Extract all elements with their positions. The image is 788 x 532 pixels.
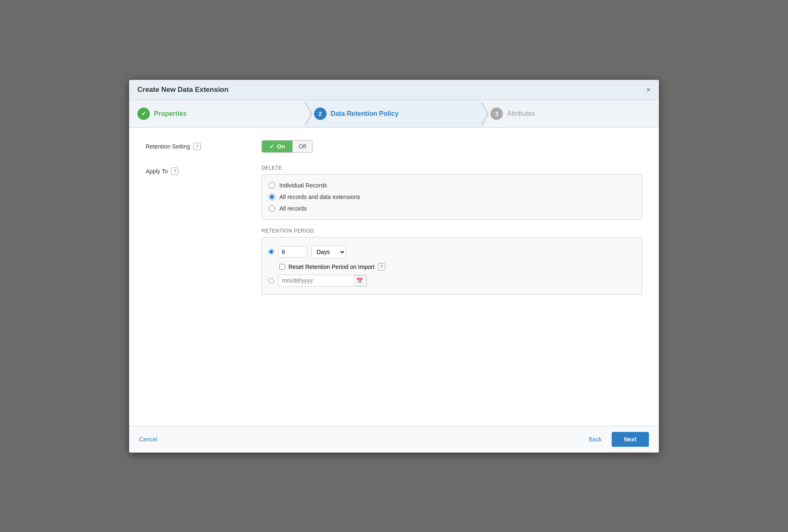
reset-checkbox[interactable]	[279, 264, 285, 270]
toggle-on-label: On	[277, 143, 285, 150]
radio-all-records-label[interactable]: All records	[279, 205, 307, 212]
radio-individual-label[interactable]: Individual Records	[279, 182, 327, 189]
radio-all-ext[interactable]	[269, 194, 275, 200]
radio-all-records[interactable]	[269, 205, 275, 212]
radio-period[interactable]	[269, 249, 274, 254]
retention-setting-label: Retention Setting	[146, 143, 190, 150]
modal-body: Retention Setting ? ✓ On Off Apply To ?	[129, 128, 659, 426]
date-field-wrap: 📅	[278, 275, 367, 287]
footer-right: Back Next	[583, 432, 649, 447]
back-button[interactable]: Back	[583, 432, 608, 447]
step-data-retention[interactable]: 2 Data Retention Policy	[306, 100, 483, 127]
step-properties[interactable]: ✓ Properties	[129, 100, 306, 127]
modal-title: Create New Data Extension	[137, 86, 228, 94]
retention-setting-control: ✓ On Off	[262, 140, 642, 153]
toggle-on-button[interactable]: ✓ On	[262, 141, 292, 152]
step-label-properties: Properties	[154, 110, 187, 117]
retention-setting-label-col: Retention Setting ?	[146, 140, 262, 150]
step-label-attributes: Attributes	[507, 110, 535, 117]
calendar-button[interactable]: 📅	[353, 275, 367, 286]
apply-to-row: Apply To ? DELETE Individual Records All…	[146, 165, 642, 303]
next-button[interactable]: Next	[612, 432, 649, 447]
date-row: 📅	[269, 272, 635, 289]
wizard-steps: ✓ Properties 2 Data Retention Policy 3 A…	[129, 100, 659, 128]
modal-footer: Cancel Back Next	[129, 426, 659, 453]
radio-row-all-ext: All records and data extensions	[269, 191, 635, 203]
cancel-button[interactable]: Cancel	[139, 434, 157, 445]
date-input[interactable]	[279, 275, 353, 286]
toggle-group: ✓ On Off	[262, 140, 312, 153]
radio-individual[interactable]	[269, 182, 275, 189]
apply-to-label: Apply To	[146, 168, 168, 175]
retention-setting-help-icon[interactable]: ?	[193, 143, 201, 150]
step-icon-attributes: 3	[490, 108, 503, 120]
retention-setting-row: Retention Setting ? ✓ On Off	[146, 140, 642, 153]
reset-checkbox-row: Reset Retention Period on Import ?	[269, 261, 635, 272]
close-button[interactable]: ×	[646, 86, 651, 93]
apply-to-control: DELETE Individual Records All records an…	[262, 165, 642, 303]
delete-radio-box: Individual Records All records and data …	[262, 174, 642, 220]
step-label-data-retention: Data Retention Policy	[331, 110, 399, 117]
delete-section-label: DELETE	[262, 165, 642, 171]
radio-row-all-records: All records	[269, 203, 635, 214]
step-icon-properties: ✓	[137, 108, 150, 120]
retention-period-box: Days Weeks Months Years Reset Retention …	[262, 237, 642, 295]
apply-to-label-col: Apply To ?	[146, 165, 262, 175]
retention-period-label: RETENTION PERIOD	[262, 228, 642, 234]
step-icon-data-retention: 2	[314, 108, 327, 120]
modal-header: Create New Data Extension ×	[129, 80, 659, 100]
period-unit-select[interactable]: Days Weeks Months Years	[311, 246, 346, 258]
step-attributes[interactable]: 3 Attributes	[482, 100, 659, 127]
reset-help-icon[interactable]: ?	[378, 263, 385, 271]
period-value-input[interactable]	[278, 246, 307, 258]
modal: ◀ Create New Data Extension × ✓ Properti…	[129, 80, 659, 453]
toggle-off-button[interactable]: Off	[292, 141, 312, 152]
radio-row-individual: Individual Records	[269, 180, 635, 191]
checkmark-icon: ✓	[269, 143, 274, 150]
apply-to-help-icon[interactable]: ?	[171, 168, 178, 175]
reset-checkbox-label[interactable]: Reset Retention Period on Import	[288, 264, 375, 270]
radio-date[interactable]	[269, 278, 274, 283]
radio-all-ext-label[interactable]: All records and data extensions	[279, 194, 360, 200]
period-row: Days Weeks Months Years	[269, 242, 635, 261]
